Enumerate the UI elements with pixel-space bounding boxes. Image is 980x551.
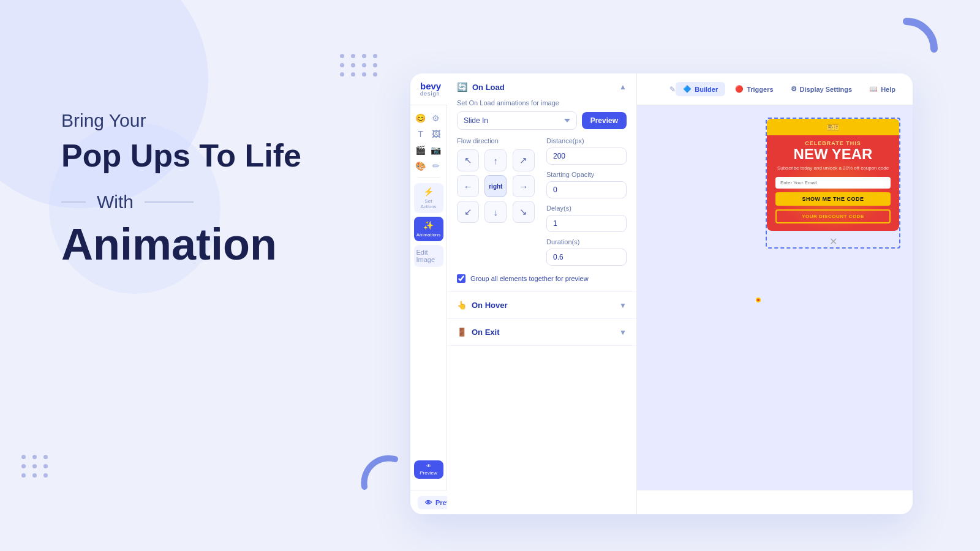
sidebar-icon-text[interactable]: T <box>414 127 428 141</box>
help-icon: 📖 <box>869 85 878 93</box>
triggers-icon: 🔴 <box>735 85 744 93</box>
ui-panel: bevy design ‹ Basic Holidays Lead Genera… <box>410 73 913 514</box>
sidebar-icon-group4: 🎨 ✏ <box>414 159 443 173</box>
animation-panel: 🔄 On Load ▲ Set On Load animations for i… <box>447 105 637 490</box>
preview-eye-icon: 👁 <box>426 463 431 469</box>
display-settings-button[interactable]: ⚙ Display Settings <box>783 82 860 96</box>
on-hover-section[interactable]: 👆 On Hover ▼ <box>447 292 636 319</box>
sidebar-icon-image[interactable]: 🖼 <box>429 127 443 141</box>
duration-input[interactable] <box>546 249 627 266</box>
dir-btn-topleft[interactable]: ↖ <box>457 149 479 171</box>
sidebar-preview-btn[interactable]: 👁 Preview <box>414 460 443 479</box>
sidebar-icon-settings2[interactable]: ⚙ <box>429 111 443 125</box>
delay-input[interactable] <box>546 215 627 232</box>
bottom-preview-eye-icon: 👁 <box>425 499 432 506</box>
starting-opacity-label: Starting Opacity <box>546 171 627 178</box>
popup-discount-btn[interactable]: YOUR DISCOUNT CODE <box>775 209 891 223</box>
triggers-button[interactable]: 🔴 Triggers <box>728 82 780 96</box>
hero-with: With <box>61 192 398 212</box>
edit-title-icon[interactable]: ✎ <box>669 85 676 94</box>
builder-icon: 🔷 <box>683 85 692 93</box>
dir-btn-bottomleft[interactable]: ↙ <box>457 201 479 223</box>
bg-dots-bottom <box>21 455 50 478</box>
popup-subscribe-text: Subscribe today and unlock a 20% off cou… <box>775 165 891 171</box>
logo-design: design <box>420 91 441 97</box>
group-checkbox[interactable] <box>457 274 466 283</box>
sidebar-divider <box>418 178 440 178</box>
on-exit-section[interactable]: 🚪 On Exit ▼ <box>447 319 636 346</box>
on-exit-chevron: ▼ <box>619 328 627 337</box>
popup-email-input[interactable] <box>775 177 891 189</box>
direction-grid: ↖ ↑ ↗ ← right → ↙ ↓ ↘ <box>457 149 537 223</box>
bg-curve-bottom <box>358 453 401 490</box>
builder-button[interactable]: 🔷 Builder <box>676 82 725 96</box>
anim-dot-red <box>756 298 761 302</box>
on-load-sub-label: Set On Load animations for image <box>457 105 627 107</box>
group-label: Group all elements together for preview <box>470 275 589 282</box>
logo-bevy: bevy <box>420 81 441 91</box>
animation-type-select[interactable]: Slide In <box>457 111 577 130</box>
popup-new-year-text: NEW YEAR <box>775 146 891 162</box>
sidebar-icon-video[interactable]: 🎬 <box>414 143 428 157</box>
logo: bevy design <box>420 81 441 97</box>
flow-direction-label: Flow direction <box>457 137 537 144</box>
dir-btn-bottomright[interactable]: ↘ <box>513 201 535 223</box>
dir-btn-up[interactable]: ↑ <box>484 149 507 171</box>
sidebar-icon-paint[interactable]: 🎨 <box>414 159 428 173</box>
set-actions-icon: ⚡ <box>423 187 434 197</box>
flow-and-distance: Flow direction ↖ ↑ ↗ ← right → ↙ ↓ ↘ <box>457 137 627 272</box>
left-content: Bring Your Pop Ups To Life With Animatio… <box>61 110 398 266</box>
set-actions-btn[interactable]: ⚡ Set Actions <box>414 183 443 213</box>
hero-line1: Bring Your <box>61 110 398 131</box>
duration-label: Duration(s) <box>546 238 627 246</box>
dir-btn-left[interactable]: ← <box>457 175 479 197</box>
dir-btn-down[interactable]: ↓ <box>484 201 507 223</box>
sidebar-icon-group2: T 🖼 <box>414 127 443 141</box>
dir-btn-right-label[interactable]: right <box>484 175 507 197</box>
flow-direction-col: Flow direction ↖ ↑ ↗ ← right → ↙ ↓ ↘ <box>457 137 537 272</box>
sidebar-icon-group3: 🎬 📷 <box>414 143 443 157</box>
on-hover-title: 👆 On Hover <box>457 301 508 310</box>
animation-type-row: Slide In Preview <box>457 111 627 130</box>
group-checkbox-row: Group all elements together for preview <box>457 274 627 283</box>
on-exit-icon: 🚪 <box>457 328 467 337</box>
dir-btn-right[interactable]: → <box>513 175 535 197</box>
popup-inner: 🎫 CELEBRATE THIS NEW YEAR Subscribe toda… <box>767 119 899 231</box>
edit-image-btn[interactable]: Edit Image <box>414 245 443 267</box>
delay-label: Delay(s) <box>546 204 627 212</box>
sidebar: 😊 ⚙ T 🖼 🎬 📷 🎨 ✏ ⚡ Set Actions ✨ <box>410 105 447 490</box>
popup-cta-btn[interactable]: SHOW ME THE CODE <box>775 192 891 206</box>
on-exit-title: 🚪 On Exit <box>457 328 500 337</box>
popup-preview: 🎫 CELEBRATE THIS NEW YEAR Subscribe toda… <box>766 118 900 249</box>
popup-ticket-top: 🎫 <box>767 119 899 135</box>
edit-image-label: Edit Image <box>417 249 441 263</box>
main-area: 😊 ⚙ T 🖼 🎬 📷 🎨 ✏ ⚡ Set Actions ✨ <box>410 105 913 490</box>
starting-opacity-input[interactable] <box>546 181 627 198</box>
sidebar-icon-photo[interactable]: 📷 <box>429 143 443 157</box>
popup-close-icon[interactable]: ✕ <box>767 236 899 247</box>
distance-label: Distance(px) <box>546 137 627 144</box>
popup-content: 🎫 CELEBRATE THIS NEW YEAR Subscribe toda… <box>775 119 891 223</box>
hero-line2: Pop Ups To Life <box>61 138 398 173</box>
on-hover-icon: 👆 <box>457 301 467 310</box>
display-settings-icon: ⚙ <box>791 85 797 93</box>
sidebar-icon-smile[interactable]: 😊 <box>414 111 428 125</box>
sidebar-icon-group1: 😊 ⚙ <box>414 111 443 125</box>
bg-curve-top-right <box>873 15 940 83</box>
on-load-section: 🔄 On Load ▲ Set On Load animations for i… <box>447 105 636 292</box>
dir-btn-topright[interactable]: ↗ <box>513 149 535 171</box>
help-button[interactable]: 📖 Help <box>862 82 903 96</box>
distance-input[interactable] <box>546 148 627 165</box>
on-hover-chevron: ▼ <box>619 301 627 310</box>
bg-dots-top <box>340 54 379 77</box>
animations-btn[interactable]: ✨ Animations <box>414 217 443 241</box>
params-col: Distance(px) Starting Opacity Delay(s) D… <box>546 137 627 272</box>
animations-icon: ✨ <box>423 220 434 230</box>
sidebar-icon-edit[interactable]: ✏ <box>429 159 443 173</box>
topbar-actions: 🔷 Builder 🔴 Triggers ⚙ Display Settings … <box>676 82 903 96</box>
preview-animation-btn[interactable]: Preview <box>582 112 627 129</box>
hero-animation: Animation <box>61 222 398 266</box>
